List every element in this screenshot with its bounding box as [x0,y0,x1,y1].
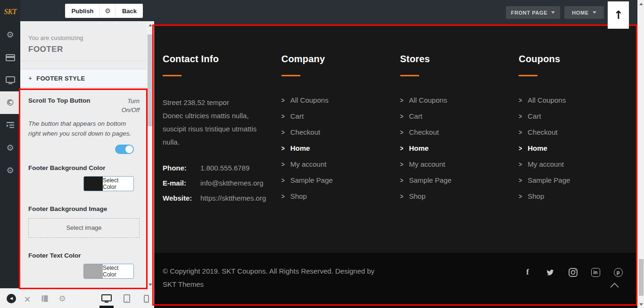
menu-link-active[interactable]: >Home [519,144,637,152]
toggle-knob [125,146,133,153]
chevron-down-icon [551,11,555,14]
pinterest-icon[interactable]: p [613,267,623,277]
site-preview: FRONT PAGE HOME ↑ Contact Info Street 23… [154,0,637,308]
chevron-right-icon: > [519,176,522,185]
menu-link[interactable]: >Shop [400,192,519,200]
up-arrow-icon: ↑ [613,8,623,22]
twitter-icon[interactable] [545,267,555,277]
footer-menu: >All Coupons >Cart >Checkout >Home >My a… [519,96,637,200]
menu-link[interactable]: >My account [400,160,519,168]
customizer-window: SKT ⚙ © ⚙ ⚙ Publish ⚙ Back You are custo… [0,0,644,308]
monitor-icon[interactable] [0,69,20,91]
preview-scroll-top-chevron-icon[interactable] [611,282,619,290]
scrollbar-thumb[interactable] [639,259,644,296]
chevron-right-icon: > [400,96,404,105]
panel-intro: You are customizing FOOTER [20,21,147,61]
gear-icon[interactable]: ⚙ [0,159,20,182]
menu-list-icon[interactable] [0,114,20,137]
footer-column-title: Company [281,54,400,65]
front-page-dropdown[interactable]: FRONT PAGE [506,6,560,19]
scroll-to-top-button[interactable]: ↑ [608,1,629,29]
chevron-right-icon: > [519,112,522,121]
device-tablet-button[interactable] [120,289,134,308]
menu-link[interactable]: >Sample Page [281,176,400,184]
menu-link[interactable]: >Cart [281,112,400,120]
chevron-right-icon: > [519,96,522,105]
scroll-top-hint: Turn On/Off [110,97,140,115]
scroll-up-arrow-icon[interactable] [147,21,154,29]
settings-gear-icon[interactable]: ⚙ [55,289,69,308]
chevron-right-icon: > [281,192,285,201]
home-dropdown[interactable]: HOME [564,6,604,19]
chevron-right-icon: > [400,128,404,137]
menu-link[interactable]: >Checkout [281,128,400,136]
contact-rows: Phone: 1.800.555.6789 E-mail: info@sktth… [163,164,281,202]
close-icon[interactable]: × [21,289,34,308]
menu-link[interactable]: >Checkout [400,128,519,136]
menu-link[interactable]: >Checkout [519,128,637,136]
publish-button-group: Publish ⚙ Back [65,4,143,18]
back-button[interactable]: Back [116,4,143,18]
publish-button[interactable]: Publish [65,4,99,18]
instagram-icon[interactable] [568,267,578,277]
menu-link[interactable]: >My account [281,160,400,168]
title-underline [519,75,537,76]
panel-title: FOOTER [28,45,139,54]
menu-link[interactable]: >Cart [400,112,519,120]
menu-link[interactable]: >Sample Page [519,176,637,184]
publish-settings-gear-icon[interactable]: ⚙ [100,4,116,18]
collapse-panel-button[interactable]: ◀ [5,289,18,308]
menu-link[interactable]: >All Coupons [281,96,400,104]
gear-icon[interactable]: ⚙ [0,24,20,46]
menu-link-active[interactable]: >Home [281,144,400,152]
chevron-right-icon: > [519,128,522,137]
footer-column-title: Contact Info [163,54,281,65]
gear-icon[interactable]: ⚙ [0,137,20,159]
select-color-button[interactable]: Select Color [103,264,133,278]
browser-scrollbar[interactable] [637,0,644,308]
chevron-right-icon: > [281,144,285,153]
menu-link[interactable]: >Shop [281,192,400,200]
section-label: FOOTER STYLE [36,75,85,82]
device-desktop-button[interactable] [99,289,114,308]
email-row: E-mail: info@sktthemes.org [163,179,281,187]
footer-text-color-picker[interactable]: Select Color [83,264,134,279]
scroll-down-arrow-icon[interactable] [637,300,644,308]
copyright-footer-icon[interactable]: © [0,91,20,114]
menu-link[interactable]: >Cart [519,112,637,120]
customizer-bottom-toolbar: ◀ × ⚙ [0,288,154,308]
chevron-right-icon: > [400,144,404,153]
chevron-right-icon: > [400,112,404,121]
footer-bg-color-picker[interactable]: Select Color [83,176,134,191]
select-color-button[interactable]: Select Color [103,177,133,191]
docs-book-icon[interactable] [38,289,52,308]
select-image-button[interactable]: Select image [28,218,140,238]
title-underline [281,75,300,76]
title-underline [400,75,419,76]
scrollbar-thumb[interactable] [148,34,153,126]
color-swatch [84,264,103,278]
footer-widgets: Contact Info Street 238,52 tempor Donec … [154,24,637,253]
footer-column-company: Company >All Coupons >Cart >Checkout >Ho… [281,54,400,253]
menu-link[interactable]: >All Coupons [400,96,519,104]
website-row: Website: https://sktthemes.org [163,194,281,202]
scroll-top-toggle[interactable] [115,145,134,154]
chevron-right-icon: > [281,176,285,185]
device-mobile-button[interactable] [140,289,152,308]
menu-link[interactable]: >All Coupons [519,96,637,104]
menu-link[interactable]: >Sample Page [400,176,519,184]
scroll-down-arrow-icon[interactable] [147,281,154,288]
footer-menu: >All Coupons >Cart >Checkout >Home >My a… [400,96,519,200]
linkedin-icon[interactable]: in [590,267,601,277]
panel-scrollbar[interactable] [147,21,154,288]
color-swatch [84,177,103,191]
footer-style-section-toggle[interactable]: + FOOTER STYLE [20,69,147,88]
menu-link[interactable]: >My account [519,160,637,168]
scroll-top-description: The button that appears on bottom right … [28,119,140,139]
scroll-up-arrow-icon[interactable] [637,0,644,8]
facebook-icon[interactable]: f [522,267,533,277]
card-panel-icon[interactable] [0,46,20,69]
chevron-right-icon: > [519,192,522,201]
menu-link[interactable]: >Shop [519,192,637,200]
menu-link-active[interactable]: >Home [400,144,519,152]
